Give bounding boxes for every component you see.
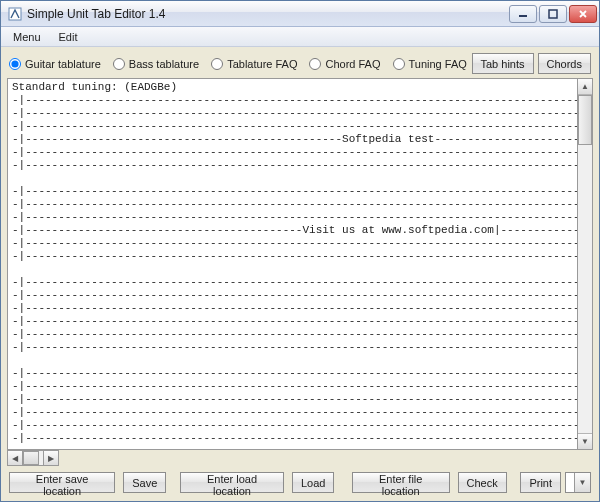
app-icon bbox=[7, 6, 23, 22]
check-button[interactable]: Check bbox=[458, 472, 507, 493]
tablature-editor[interactable] bbox=[7, 78, 577, 450]
window-controls bbox=[509, 5, 597, 23]
save-button[interactable]: Save bbox=[123, 472, 166, 493]
svg-rect-2 bbox=[549, 10, 557, 18]
chevron-down-icon: ▼ bbox=[581, 437, 589, 446]
scroll-left-button[interactable]: ◀ bbox=[7, 450, 23, 466]
chevron-right-icon: ▶ bbox=[48, 454, 54, 463]
hscroll-thumb[interactable] bbox=[23, 451, 39, 465]
menu-menu[interactable]: Menu bbox=[5, 29, 49, 45]
radio-input[interactable] bbox=[211, 58, 223, 70]
tab-hints-button[interactable]: Tab hints bbox=[472, 53, 534, 74]
bottom-combobox[interactable]: ▼ bbox=[565, 472, 591, 493]
radio-label: Guitar tablature bbox=[25, 58, 101, 70]
scroll-thumb[interactable] bbox=[578, 95, 592, 145]
chevron-left-icon: ◀ bbox=[12, 454, 18, 463]
radio-chord-faq[interactable]: Chord FAQ bbox=[309, 58, 380, 70]
titlebar[interactable]: Simple Unit Tab Editor 1.4 bbox=[1, 1, 599, 27]
editor-area: ▲ ▼ bbox=[7, 78, 593, 450]
radio-bass-tablature[interactable]: Bass tablature bbox=[113, 58, 199, 70]
radio-label: Tuning FAQ bbox=[409, 58, 467, 70]
vertical-scrollbar[interactable]: ▲ ▼ bbox=[577, 78, 593, 450]
mode-radio-group: Guitar tablature Bass tablature Tablatur… bbox=[9, 58, 472, 70]
chevron-up-icon: ▲ bbox=[581, 82, 589, 91]
scroll-track[interactable] bbox=[578, 95, 592, 433]
radio-label: Bass tablature bbox=[129, 58, 199, 70]
chords-button[interactable]: Chords bbox=[538, 53, 591, 74]
app-window: Simple Unit Tab Editor 1.4 Menu Edit Gui… bbox=[0, 0, 600, 502]
bottom-toolbar: Enter save location Save Enter load loca… bbox=[1, 466, 599, 501]
radio-tuning-faq[interactable]: Tuning FAQ bbox=[393, 58, 467, 70]
combobox-dropdown-button[interactable]: ▼ bbox=[574, 473, 590, 492]
enter-save-location-button[interactable]: Enter save location bbox=[9, 472, 115, 493]
scroll-right-button[interactable]: ▶ bbox=[43, 450, 59, 466]
scroll-down-button[interactable]: ▼ bbox=[578, 433, 592, 449]
radio-tablature-faq[interactable]: Tablature FAQ bbox=[211, 58, 297, 70]
radio-input[interactable] bbox=[113, 58, 125, 70]
hscroll-filler bbox=[59, 450, 593, 466]
radio-label: Tablature FAQ bbox=[227, 58, 297, 70]
radio-input[interactable] bbox=[393, 58, 405, 70]
hscroll-track[interactable] bbox=[23, 450, 43, 466]
menubar: Menu Edit bbox=[1, 27, 599, 47]
horizontal-scrollbar[interactable]: ◀ ▶ bbox=[7, 450, 593, 466]
chevron-down-icon: ▼ bbox=[579, 478, 587, 487]
print-button[interactable]: Print bbox=[520, 472, 561, 493]
maximize-button[interactable] bbox=[539, 5, 567, 23]
radio-label: Chord FAQ bbox=[325, 58, 380, 70]
toolbar-row: Guitar tablature Bass tablature Tablatur… bbox=[1, 47, 599, 78]
radio-guitar-tablature[interactable]: Guitar tablature bbox=[9, 58, 101, 70]
close-button[interactable] bbox=[569, 5, 597, 23]
menu-edit[interactable]: Edit bbox=[51, 29, 86, 45]
window-title: Simple Unit Tab Editor 1.4 bbox=[27, 7, 509, 21]
minimize-button[interactable] bbox=[509, 5, 537, 23]
enter-file-location-button[interactable]: Enter file location bbox=[352, 472, 450, 493]
load-button[interactable]: Load bbox=[292, 472, 334, 493]
radio-input[interactable] bbox=[309, 58, 321, 70]
enter-load-location-button[interactable]: Enter load location bbox=[180, 472, 284, 493]
scroll-up-button[interactable]: ▲ bbox=[578, 79, 592, 95]
radio-input[interactable] bbox=[9, 58, 21, 70]
